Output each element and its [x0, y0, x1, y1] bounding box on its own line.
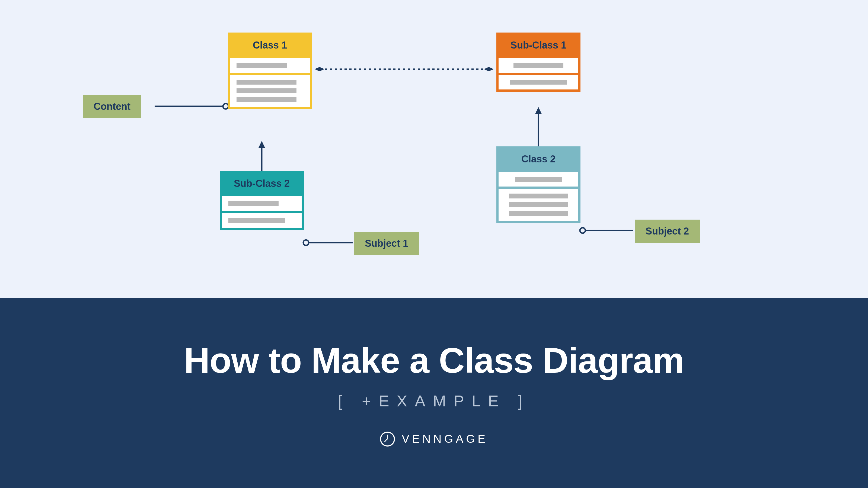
svg-marker-10	[535, 107, 542, 114]
connectors-layer	[0, 0, 868, 298]
subclass1-section2	[499, 73, 578, 90]
diagram-area: Class 1 Sub-Class 1 Sub-Class 2 Clas	[0, 0, 868, 298]
svg-marker-1	[315, 67, 324, 71]
brand-container: VENNGAGE	[380, 432, 488, 447]
subclass1-section1	[499, 56, 578, 73]
subtitle: [ +EXAMPLE ]	[338, 392, 530, 410]
clock-icon	[380, 432, 395, 447]
svg-point-12	[580, 228, 585, 233]
svg-point-4	[223, 104, 228, 109]
svg-marker-2	[484, 67, 494, 71]
footer-area: How to Make a Class Diagram [ +EXAMPLE ]…	[0, 298, 868, 488]
subclass2-section2	[222, 211, 302, 228]
svg-point-8	[303, 240, 309, 246]
class1-section1	[230, 56, 310, 73]
class-box-class2: Class 2	[496, 147, 581, 223]
main-title: How to Make a Class Diagram	[184, 340, 684, 381]
subclass2-header: Sub-Class 2	[222, 173, 302, 194]
class1-header: Class 1	[230, 35, 310, 56]
svg-marker-6	[258, 141, 265, 148]
class2-section2	[499, 187, 578, 221]
class-box-class1: Class 1	[228, 33, 312, 109]
subclass1-header: Sub-Class 1	[499, 35, 578, 56]
class2-section1	[499, 170, 578, 187]
class-box-subclass2: Sub-Class 2	[220, 171, 304, 230]
class-box-subclass1: Sub-Class 1	[496, 33, 581, 92]
class2-header: Class 2	[499, 149, 578, 170]
class1-section2	[230, 73, 310, 107]
subclass2-section1	[222, 194, 302, 211]
tag-subject2: Subject 2	[635, 220, 700, 243]
tag-subject1: Subject 1	[354, 232, 419, 255]
tag-content: Content	[83, 95, 141, 118]
brand-name: VENNGAGE	[402, 432, 488, 446]
